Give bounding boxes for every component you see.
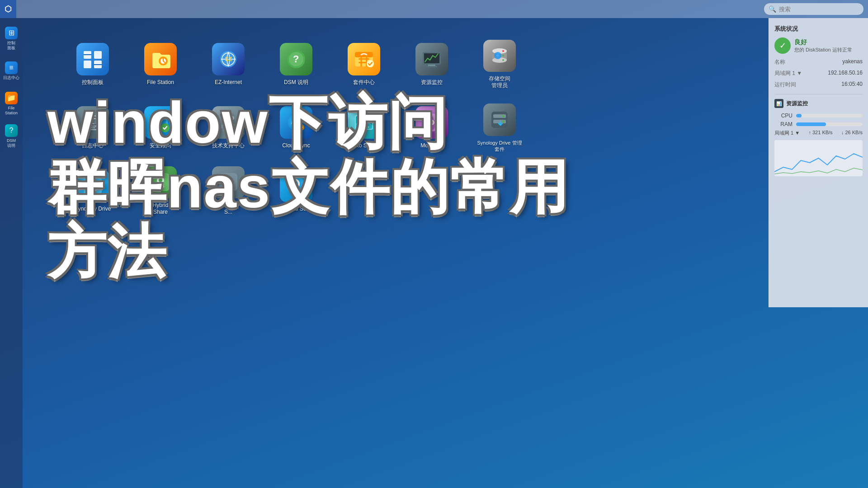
dsm-help-icon: ? [280, 43, 312, 75]
ram-label: RAM [774, 121, 793, 127]
app-dsm-help[interactable]: ? DSM 说明 [264, 35, 328, 94]
file-station-label: File Station [147, 79, 174, 86]
app-synology-share[interactable]: SynologyS... [197, 162, 260, 221]
control-panel-icon [76, 43, 109, 75]
taskbar: ⬡ 🔍 [0, 0, 868, 18]
sidebar-control-icon: ⊞ [5, 27, 18, 39]
svg-point-57 [430, 121, 433, 124]
tech-support-label: 技术支持中心 [212, 142, 245, 150]
svg-rect-25 [426, 66, 437, 67]
resource-title-label: 资源监控 [786, 100, 808, 108]
control-panel-label: 控制面板 [82, 79, 104, 86]
app-hybrid-share[interactable]: Hybrid Share [129, 162, 192, 221]
security-advisor-label: 安全顾问 [150, 142, 171, 150]
cpu-bar-track [796, 114, 863, 117]
ram-bar-fill [796, 122, 826, 126]
cpu-bar-fill [796, 114, 802, 117]
app-security-advisor[interactable]: 安全顾问 [129, 99, 192, 157]
package-center-label: 套件中心 [353, 79, 375, 86]
svg-rect-20 [359, 62, 367, 63]
svg-point-50 [298, 124, 304, 131]
info-uptime-row: 运行时间 16:05:40 [774, 80, 863, 89]
app-package-center[interactable]: 套件中心 [332, 35, 396, 94]
app-ez-internet[interactable]: EZ EZ-Internet [197, 35, 260, 94]
svg-point-66 [159, 178, 162, 182]
svg-rect-40 [90, 126, 97, 127]
app-log-center[interactable]: 日志中心 [61, 99, 124, 157]
svg-point-30 [502, 50, 504, 52]
app-cloud-sync[interactable]: Cloud Sync [264, 99, 328, 157]
app-synology-drive-mgr[interactable]: Synology Drive 管理套件 [468, 99, 531, 157]
sidebar-item-help[interactable]: ? DSM说明 [1, 120, 22, 152]
app-universal-search[interactable]: Universal Search [264, 162, 328, 221]
package-center-icon [348, 43, 380, 75]
svg-rect-41 [90, 127, 95, 128]
storage-manager-icon [483, 40, 516, 72]
network-label: 局域网 1 ▼ [774, 130, 800, 136]
sidebar-item-log[interactable]: ≡ 日志中心 [1, 55, 22, 87]
moments-icon [415, 106, 448, 139]
svg-rect-24 [428, 65, 435, 66]
status-label: 良好 [794, 38, 852, 47]
info-name-label: 名称 [774, 58, 785, 66]
info-uptime-label: 运行时间 [774, 81, 796, 89]
moments-label: Moments [420, 142, 443, 150]
app-storage-manager[interactable]: 存储空间 管理员 [468, 35, 531, 94]
status-sub: 您的 DiskStation 运转正常 [794, 47, 852, 53]
status-panel: 系统状况 ✓ 良好 您的 DiskStation 运转正常 名称 yakenas… [769, 18, 868, 307]
sidebar-file-icon: 📁 [5, 92, 18, 104]
sidebar: ⊞ 控制面板 ≡ 日志中心 📁 FileStation ? DSM说明 [0, 18, 23, 488]
info-name-value: yakenas [842, 58, 863, 66]
ez-internet-label: EZ-Internet [215, 79, 242, 86]
log-center-icon [76, 106, 109, 139]
svg-rect-2 [84, 61, 91, 68]
network-down: ↓ 26 KB/s [841, 130, 863, 136]
sidebar-help-icon: ? [5, 124, 18, 137]
svg-rect-36 [86, 118, 96, 119]
app-photo-station[interactable]: Photo Station [332, 99, 396, 157]
system-status-title: 系统状况 [774, 25, 863, 33]
app-synology-drive[interactable]: Synology Drive [61, 162, 124, 221]
file-station-icon [144, 43, 177, 75]
cpu-bar-row: CPU [774, 113, 863, 119]
sidebar-log-icon: ≡ [5, 61, 18, 74]
svg-point-47 [229, 117, 230, 119]
search-bar[interactable]: 🔍 [764, 3, 863, 15]
status-text-block: 良好 您的 DiskStation 运转正常 [794, 38, 852, 53]
resource-monitor-icon-box: 📊 [774, 99, 783, 108]
info-network-label: 局域网 1 ▼ [774, 70, 802, 77]
tech-support-icon [212, 106, 245, 139]
svg-point-45 [226, 116, 231, 122]
drive-manager-label: Synology Drive 管理套件 [477, 140, 522, 153]
app-tech-support[interactable]: 技术支持中心 [197, 99, 260, 157]
app-moments[interactable]: Moments [400, 99, 463, 157]
ez-internet-icon: EZ [212, 43, 245, 75]
drive-manager-icon [483, 103, 516, 136]
app-file-station[interactable]: File Station [129, 35, 192, 94]
network-up: ↑ 321 KB/s [808, 130, 832, 136]
search-input[interactable] [779, 6, 851, 13]
svg-point-32 [502, 59, 504, 61]
desktop: 控制面板 File Station [25, 22, 868, 488]
sidebar-log-label: 日志中心 [3, 75, 19, 80]
sidebar-file-label: FileStation [5, 106, 18, 116]
svg-point-54 [368, 127, 369, 128]
synology-drive-icon [76, 169, 109, 202]
svg-point-61 [502, 115, 505, 117]
hybrid-share-label: Hybrid Share [153, 202, 169, 216]
hybrid-share-icon [144, 166, 177, 198]
sidebar-item-filestation[interactable]: 📁 FileStation [1, 88, 22, 119]
photo-station-icon [348, 106, 380, 139]
dsm-help-label: DSM 说明 [284, 79, 308, 86]
synology-share-label: SynologyS... [217, 202, 239, 216]
network-stat-row: 局域网 1 ▼ ↑ 321 KB/s ↓ 26 KB/s [774, 130, 863, 136]
sidebar-item-control[interactable]: ⊞ 控制面板 [1, 23, 22, 54]
svg-rect-1 [94, 51, 102, 59]
svg-point-62 [502, 120, 505, 122]
app-resource-monitor[interactable]: 资源监控 [400, 35, 463, 94]
app-control-panel[interactable]: 控制面板 [61, 35, 124, 94]
logo-icon: ⬡ [5, 4, 12, 14]
status-good-icon: ✓ [774, 38, 791, 54]
ram-bar-track [796, 122, 863, 126]
panel-divider [774, 94, 863, 94]
